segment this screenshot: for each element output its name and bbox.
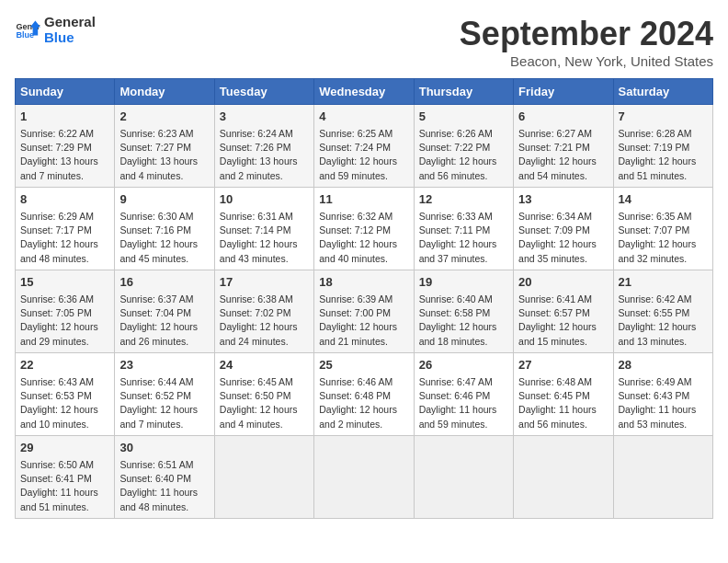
- daylight-text: Daylight: 11 hours and 59 minutes.: [419, 404, 497, 429]
- day-number: 4: [319, 109, 408, 126]
- sunset-text: Sunset: 6:50 PM: [220, 390, 291, 401]
- day-number: 7: [619, 109, 708, 126]
- calendar-week-row: 22 Sunrise: 6:43 AM Sunset: 6:53 PM Dayl…: [16, 353, 713, 436]
- calendar-cell: 1 Sunrise: 6:22 AM Sunset: 7:29 PM Dayli…: [16, 105, 115, 188]
- sunset-text: Sunset: 7:11 PM: [419, 224, 491, 236]
- calendar-cell: 6 Sunrise: 6:27 AM Sunset: 7:21 PM Dayli…: [514, 105, 613, 188]
- daylight-text: Daylight: 12 hours and 32 minutes.: [619, 238, 697, 263]
- sunrise-text: Sunrise: 6:27 AM: [518, 128, 592, 139]
- daylight-text: Daylight: 12 hours and 43 minutes.: [220, 238, 298, 263]
- daylight-text: Daylight: 11 hours and 48 minutes.: [119, 487, 198, 511]
- day-number: 6: [518, 109, 608, 126]
- calendar-cell: 11 Sunrise: 6:32 AM Sunset: 7:12 PM Dayl…: [314, 188, 414, 270]
- daylight-text: Daylight: 11 hours and 56 minutes.: [518, 404, 597, 429]
- day-number: 5: [419, 109, 508, 126]
- weekday-header-wednesday: Wednesday: [314, 79, 414, 105]
- sunset-text: Sunset: 7:21 PM: [518, 142, 590, 153]
- daylight-text: Daylight: 11 hours and 53 minutes.: [619, 404, 697, 429]
- daylight-text: Daylight: 12 hours and 7 minutes.: [119, 404, 198, 429]
- day-number: 13: [518, 191, 608, 209]
- sunset-text: Sunset: 7:12 PM: [319, 224, 391, 236]
- calendar-cell: 22 Sunrise: 6:43 AM Sunset: 6:53 PM Dayl…: [16, 353, 115, 436]
- day-number: 3: [220, 109, 309, 126]
- daylight-text: Daylight: 12 hours and 51 minutes.: [619, 155, 697, 180]
- weekday-header-thursday: Thursday: [414, 79, 513, 105]
- sunset-text: Sunset: 7:07 PM: [619, 224, 690, 236]
- day-number: 16: [119, 274, 209, 292]
- sunset-text: Sunset: 7:27 PM: [119, 142, 191, 153]
- daylight-text: Daylight: 12 hours and 18 minutes.: [419, 321, 497, 346]
- calendar-month-year: September 2024: [460, 15, 713, 53]
- calendar-cell: 8 Sunrise: 6:29 AM Sunset: 7:17 PM Dayli…: [16, 188, 115, 270]
- weekday-header-sunday: Sunday: [16, 79, 115, 105]
- logo-general: General: [44, 15, 96, 30]
- calendar-week-row: 29 Sunrise: 6:50 AM Sunset: 6:41 PM Dayl…: [16, 436, 713, 519]
- day-number: 17: [220, 274, 309, 292]
- day-number: 12: [419, 191, 508, 209]
- sunset-text: Sunset: 7:05 PM: [20, 307, 92, 318]
- weekday-header-saturday: Saturday: [613, 79, 712, 105]
- sunset-text: Sunset: 6:43 PM: [619, 390, 690, 401]
- day-number: 24: [220, 357, 309, 374]
- sunset-text: Sunset: 6:53 PM: [20, 390, 92, 401]
- daylight-text: Daylight: 13 hours and 4 minutes.: [119, 155, 198, 180]
- day-number: 26: [419, 357, 508, 374]
- daylight-text: Daylight: 11 hours and 51 minutes.: [20, 487, 98, 511]
- sunset-text: Sunset: 6:45 PM: [518, 390, 590, 401]
- daylight-text: Daylight: 12 hours and 45 minutes.: [119, 238, 198, 263]
- sunrise-text: Sunrise: 6:26 AM: [419, 128, 493, 139]
- day-number: 2: [119, 109, 209, 126]
- daylight-text: Daylight: 13 hours and 2 minutes.: [220, 155, 298, 180]
- sunrise-text: Sunrise: 6:28 AM: [619, 128, 692, 139]
- day-number: 29: [20, 440, 109, 457]
- daylight-text: Daylight: 12 hours and 40 minutes.: [319, 238, 397, 263]
- calendar-cell: 20 Sunrise: 6:41 AM Sunset: 6:57 PM Dayl…: [514, 270, 613, 353]
- calendar-cell: 10 Sunrise: 6:31 AM Sunset: 7:14 PM Dayl…: [214, 188, 313, 270]
- daylight-text: Daylight: 12 hours and 21 minutes.: [319, 321, 397, 346]
- sunrise-text: Sunrise: 6:47 AM: [419, 376, 493, 387]
- sunset-text: Sunset: 7:19 PM: [619, 142, 690, 153]
- sunset-text: Sunset: 6:48 PM: [319, 390, 391, 401]
- sunrise-text: Sunrise: 6:23 AM: [119, 128, 193, 139]
- day-number: 20: [518, 274, 608, 292]
- day-number: 9: [119, 191, 209, 209]
- daylight-text: Daylight: 12 hours and 10 minutes.: [20, 404, 98, 429]
- sunset-text: Sunset: 6:40 PM: [119, 473, 191, 484]
- sunrise-text: Sunrise: 6:39 AM: [319, 293, 392, 304]
- sunrise-text: Sunrise: 6:35 AM: [619, 211, 692, 222]
- calendar-cell: 4 Sunrise: 6:25 AM Sunset: 7:24 PM Dayli…: [314, 105, 414, 188]
- calendar-cell: [314, 436, 414, 519]
- sunrise-text: Sunrise: 6:44 AM: [119, 376, 193, 387]
- daylight-text: Daylight: 12 hours and 59 minutes.: [319, 155, 397, 180]
- day-number: 27: [518, 357, 608, 374]
- calendar-cell: 15 Sunrise: 6:36 AM Sunset: 7:05 PM Dayl…: [16, 270, 115, 353]
- sunrise-text: Sunrise: 6:31 AM: [220, 211, 293, 222]
- sunset-text: Sunset: 7:24 PM: [319, 142, 391, 153]
- day-number: 25: [319, 357, 408, 374]
- day-number: 23: [119, 357, 209, 374]
- sunrise-text: Sunrise: 6:43 AM: [20, 376, 94, 387]
- logo: General Blue General Blue: [15, 15, 96, 45]
- calendar-cell: 27 Sunrise: 6:48 AM Sunset: 6:45 PM Dayl…: [514, 353, 613, 436]
- weekday-header-monday: Monday: [115, 79, 214, 105]
- sunrise-text: Sunrise: 6:38 AM: [220, 293, 293, 304]
- sunset-text: Sunset: 7:04 PM: [119, 307, 191, 318]
- sunrise-text: Sunrise: 6:37 AM: [119, 293, 193, 304]
- daylight-text: Daylight: 12 hours and 54 minutes.: [518, 155, 597, 180]
- calendar-week-row: 1 Sunrise: 6:22 AM Sunset: 7:29 PM Dayli…: [16, 105, 713, 188]
- day-number: 28: [619, 357, 708, 374]
- sunrise-text: Sunrise: 6:30 AM: [119, 211, 193, 222]
- sunset-text: Sunset: 6:57 PM: [518, 307, 590, 318]
- sunset-text: Sunset: 7:16 PM: [119, 224, 191, 236]
- logo-blue: Blue: [44, 30, 96, 46]
- calendar-cell: 18 Sunrise: 6:39 AM Sunset: 7:00 PM Dayl…: [314, 270, 414, 353]
- sunset-text: Sunset: 7:00 PM: [319, 307, 391, 318]
- sunset-text: Sunset: 7:22 PM: [419, 142, 491, 153]
- calendar-cell: 30 Sunrise: 6:51 AM Sunset: 6:40 PM Dayl…: [115, 436, 214, 519]
- calendar-cell: 7 Sunrise: 6:28 AM Sunset: 7:19 PM Dayli…: [613, 105, 712, 188]
- calendar-week-row: 15 Sunrise: 6:36 AM Sunset: 7:05 PM Dayl…: [16, 270, 713, 353]
- sunset-text: Sunset: 7:02 PM: [220, 307, 291, 318]
- sunset-text: Sunset: 6:41 PM: [20, 473, 92, 484]
- day-number: 1: [20, 109, 109, 126]
- calendar-cell: 9 Sunrise: 6:30 AM Sunset: 7:16 PM Dayli…: [115, 188, 214, 270]
